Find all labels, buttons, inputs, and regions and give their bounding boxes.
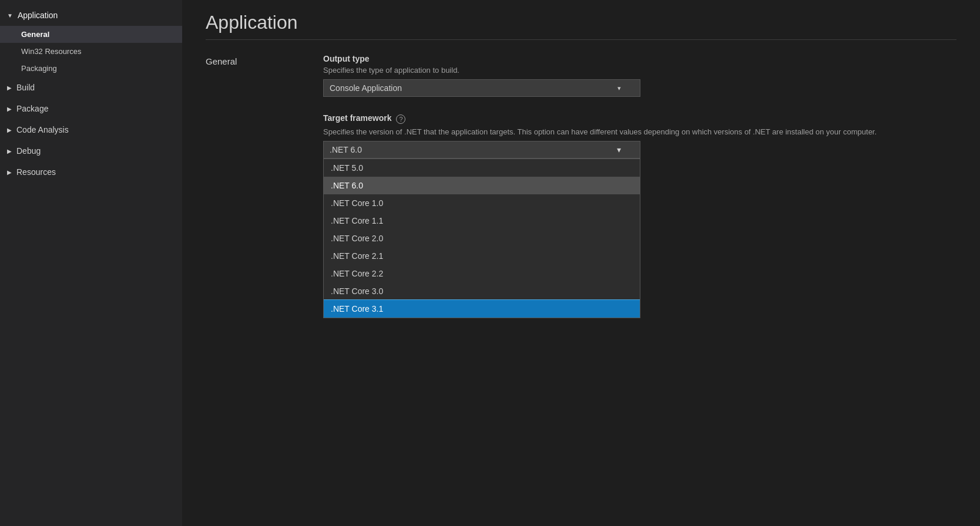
chevron-right-icon-package [7,106,12,112]
sidebar-section-label-build: Build [16,83,35,92]
chevron-right-icon-codeanalysis [7,127,12,133]
title-divider [206,39,956,40]
dropdown-item-netcore22[interactable]: .NET Core 2.2 [324,265,640,282]
dropdown-arrow-tf-icon: ▾ [617,145,621,154]
sidebar-item-win32resources[interactable]: Win32 Resources [0,43,182,60]
target-framework-value: .NET 6.0 [330,145,362,154]
target-framework-dropdown: .NET 6.0 ▾ .NET 5.0 .NET 6.0 [323,141,640,159]
sidebar-section-label-codeanalysis: Code Analysis [16,125,69,134]
output-type-value: Console Application [330,83,402,93]
sidebar-subitems-application: General Win32 Resources Packaging [0,26,182,77]
chevron-right-icon [7,85,12,91]
sidebar-section-resources[interactable]: Resources [0,161,182,183]
dropdown-item-netcore31[interactable]: .NET Core 3.1 [324,300,640,318]
sidebar-section-build[interactable]: Build [0,77,182,98]
general-section: General Output type Specifies the type o… [206,54,956,184]
chevron-right-icon-resources [7,169,12,176]
dropdown-item-net50[interactable]: .NET 5.0 [324,159,640,177]
target-framework-description: Specifies the version of .NET that the a… [323,127,956,136]
target-framework-list: .NET 5.0 .NET 6.0 .NET Core 1.0 .NET Cor… [323,159,640,318]
output-type-description: Specifies the type of application to bui… [323,66,956,75]
page-title: Application [206,12,956,33]
dropdown-item-net60[interactable]: .NET 6.0 [324,177,640,194]
sidebar-section-label-package: Package [16,104,48,113]
output-type-select-wrapper: Console Application ▾ [323,79,640,97]
target-framework-trigger[interactable]: .NET 6.0 ▾ [323,141,640,159]
sidebar-section-label-debug: Debug [16,146,41,156]
target-framework-group: Target framework ? Specifies the version… [323,113,956,159]
sidebar: Application General Win32 Resources Pack… [0,0,182,526]
sidebar-section-label-application: Application [18,11,58,20]
dropdown-item-netcore21[interactable]: .NET Core 2.1 [324,247,640,265]
dropdown-item-netcore10[interactable]: .NET Core 1.0 [324,194,640,212]
chevron-right-icon-debug [7,148,12,154]
dropdown-item-netcore30[interactable]: .NET Core 3.0 [324,282,640,300]
sidebar-item-packaging[interactable]: Packaging [0,60,182,77]
sidebar-section-package[interactable]: Package [0,98,182,119]
dropdown-arrow-icon: ▾ [617,85,621,92]
sidebar-section-codeanalysis[interactable]: Code Analysis [0,119,182,140]
dropdown-item-netcore20[interactable]: .NET Core 2.0 [324,230,640,247]
sidebar-section-application[interactable]: Application [0,5,182,26]
target-framework-label-row: Target framework ? [323,113,956,125]
output-type-group: Output type Specifies the type of applic… [323,54,956,97]
chevron-down-icon [7,12,13,19]
sidebar-section-debug[interactable]: Debug [0,140,182,161]
sidebar-section-label-resources: Resources [16,167,56,177]
section-fields: Output type Specifies the type of applic… [323,54,956,184]
dropdown-item-netcore11[interactable]: .NET Core 1.1 [324,212,640,230]
main-content: Application General Output type Specifie… [182,0,980,526]
sidebar-item-general[interactable]: General [0,26,182,43]
info-icon[interactable]: ? [396,114,405,124]
target-framework-label: Target framework [323,113,391,123]
section-label-general: General [206,54,300,184]
output-type-select[interactable]: Console Application ▾ [323,79,640,97]
output-type-label: Output type [323,54,956,63]
